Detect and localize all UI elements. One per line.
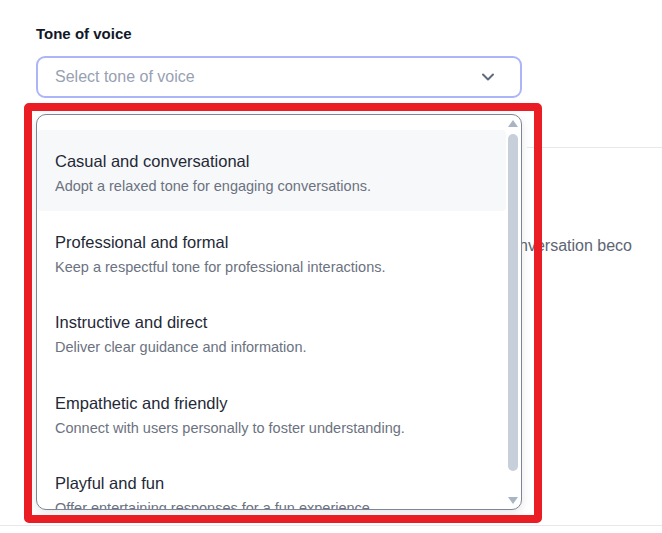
option-title: Instructive and direct — [55, 310, 506, 334]
option-description: Offer entertaining responses for a fun e… — [55, 498, 506, 510]
dropdown-option[interactable]: Instructive and direct Deliver clear gui… — [37, 291, 506, 372]
chevron-down-icon — [478, 67, 498, 87]
scroll-down-arrow-icon[interactable] — [508, 497, 518, 504]
tone-of-voice-dropdown: Casual and conversational Adopt a relaxe… — [36, 114, 522, 510]
tone-of-voice-label: Tone of voice — [36, 25, 132, 42]
dropdown-option[interactable]: Playful and fun Offer entertaining respo… — [37, 452, 506, 510]
option-description: Adopt a relaxed tone for engaging conver… — [55, 176, 506, 196]
scrollbar-thumb[interactable] — [508, 134, 518, 471]
dropdown-option[interactable]: Professional and formal Keep a respectfu… — [37, 211, 506, 292]
background-text-fragment: nversation beco — [519, 237, 632, 255]
option-title: Empathetic and friendly — [55, 391, 506, 415]
dropdown-option[interactable]: Casual and conversational Adopt a relaxe… — [37, 130, 506, 211]
tone-of-voice-select[interactable]: Select tone of voice — [36, 56, 522, 98]
dropdown-scrollbar[interactable] — [507, 118, 519, 506]
option-title: Playful and fun — [55, 471, 506, 495]
option-description: Keep a respectful tone for professional … — [55, 257, 506, 277]
option-title: Professional and formal — [55, 230, 506, 254]
background-section-divider — [527, 147, 662, 148]
select-placeholder: Select tone of voice — [55, 68, 195, 86]
screen: nversation beco Tone of voice Select ton… — [0, 0, 662, 533]
options-list: Casual and conversational Adopt a relaxe… — [37, 130, 506, 510]
dropdown-option[interactable]: Empathetic and friendly Connect with use… — [37, 372, 506, 453]
option-description: Deliver clear guidance and information. — [55, 337, 506, 357]
bottom-section-divider — [0, 525, 662, 526]
option-title: Casual and conversational — [55, 149, 506, 173]
option-description: Connect with users personally to foster … — [55, 418, 506, 438]
scroll-up-arrow-icon[interactable] — [508, 120, 518, 127]
